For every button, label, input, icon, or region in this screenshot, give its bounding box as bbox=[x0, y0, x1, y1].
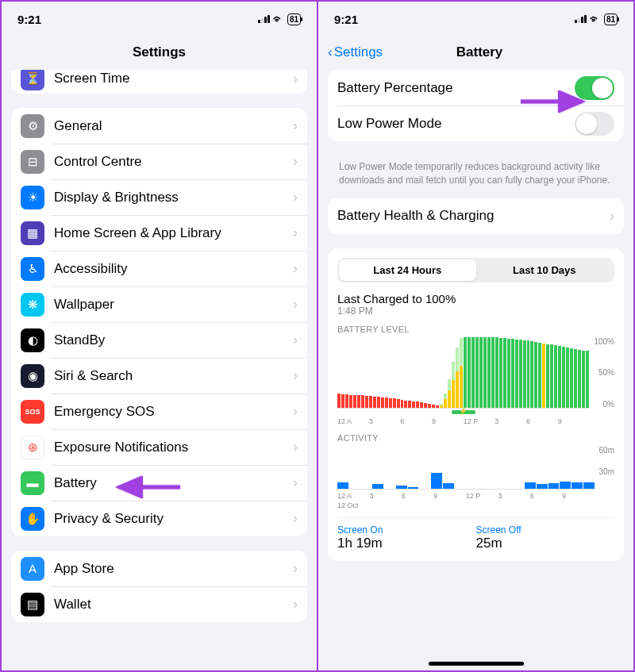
settings-row-general[interactable]: ⚙︎General› bbox=[11, 108, 307, 144]
chevron-right-icon: › bbox=[293, 225, 298, 241]
emergency-icon: SOS bbox=[21, 400, 44, 424]
page-title: Battery bbox=[335, 44, 624, 60]
app-icon: A bbox=[21, 557, 44, 581]
cellular-icon bbox=[258, 15, 270, 23]
row-label: General bbox=[54, 118, 293, 134]
row-label: Emergency SOS bbox=[54, 404, 293, 420]
settings-row-control-centre[interactable]: ⊟Control Centre› bbox=[11, 144, 307, 179]
settings-row-wallpaper[interactable]: ❋Wallpaper› bbox=[11, 286, 307, 322]
settings-row-home-screen-app-library[interactable]: ▦Home Screen & App Library› bbox=[11, 215, 307, 251]
settings-row-exposure-notifications[interactable]: ⊛Exposure Notifications› bbox=[11, 429, 307, 465]
activity-date: 12 Oct bbox=[337, 501, 595, 509]
chevron-right-icon: › bbox=[293, 153, 298, 170]
battery-percentage-row[interactable]: Battery Percentage bbox=[328, 70, 624, 106]
battery-level-label: BATTERY LEVEL bbox=[337, 324, 614, 334]
battery-icon: 81 bbox=[604, 13, 618, 25]
status-bar: 9:21 ᯤ 81 bbox=[318, 2, 633, 36]
settings-row-accessibility[interactable]: ♿︎Accessibility› bbox=[11, 251, 307, 286]
battery-percentage-toggle[interactable] bbox=[575, 76, 614, 100]
nav-bar: ‹ Settings Battery bbox=[318, 36, 633, 70]
control-icon: ⊟ bbox=[21, 150, 44, 174]
wallpaper-icon: ❋ bbox=[21, 293, 44, 317]
battery-screen: 9:21 ᯤ 81 ‹ Settings Battery Battery Per… bbox=[318, 2, 633, 670]
chevron-right-icon: › bbox=[293, 474, 298, 491]
settings-screen: 9:21 ᯤ 81 Settings ⏳ Screen Time › ⚙︎Gen… bbox=[2, 2, 318, 670]
row-label: Accessibility bbox=[54, 261, 293, 277]
battery-icon: ▬ bbox=[21, 471, 44, 495]
segment-10d[interactable]: Last 10 Days bbox=[476, 259, 614, 281]
settings-row-standby[interactable]: ◐StandBy› bbox=[11, 322, 307, 358]
home-icon: ▦ bbox=[21, 221, 44, 245]
page-title: Settings bbox=[2, 36, 317, 70]
screen-on-value: 1h 19m bbox=[337, 536, 476, 551]
battery-toggles-group: Battery Percentage Low Power Mode bbox=[328, 70, 624, 141]
battery-icon: 81 bbox=[287, 13, 301, 25]
chevron-right-icon: › bbox=[293, 367, 298, 384]
status-time: 9:21 bbox=[17, 13, 41, 26]
row-label: Battery bbox=[54, 475, 293, 491]
row-label: Privacy & Security bbox=[54, 511, 293, 527]
display-icon: ☀ bbox=[21, 186, 44, 209]
chevron-right-icon: › bbox=[293, 189, 298, 205]
settings-row-privacy-security[interactable]: ✋Privacy & Security› bbox=[11, 501, 307, 536]
settings-row-app-store[interactable]: AApp Store› bbox=[11, 551, 307, 586]
general-icon: ⚙︎ bbox=[21, 114, 44, 138]
settings-group-main: ⚙︎General›⊟Control Centre›☀Display & Bri… bbox=[11, 108, 307, 536]
row-label: Screen Time bbox=[54, 71, 293, 86]
chevron-right-icon: › bbox=[293, 260, 298, 277]
settings-row-wallet[interactable]: ▤Wallet› bbox=[11, 586, 307, 622]
battery-level-chart: 12 A36912 P369 100% 50% 0% bbox=[337, 337, 614, 425]
activity-chart: 12 A36912 P369 12 Oct 60m 30m bbox=[337, 446, 614, 509]
row-label: Siri & Search bbox=[54, 368, 293, 384]
siri-icon: ◉ bbox=[21, 364, 44, 388]
status-bar: 9:21 ᯤ 81 bbox=[2, 2, 317, 36]
last-charged-title: Last Charged to 100% bbox=[337, 292, 614, 305]
screen-time-summary: Screen On 1h 19m Screen Off 25m bbox=[337, 517, 614, 551]
settings-group-partial: ⏳ Screen Time › bbox=[11, 70, 307, 94]
chevron-right-icon: › bbox=[610, 208, 614, 225]
screen-off-value: 25m bbox=[476, 536, 615, 551]
home-indicator[interactable] bbox=[429, 662, 524, 666]
screen-on-label: Screen On bbox=[337, 524, 476, 536]
row-label: Exposure Notifications bbox=[54, 440, 293, 455]
chevron-right-icon: › bbox=[293, 596, 298, 612]
row-label: Control Centre bbox=[54, 154, 293, 170]
battery-health-row[interactable]: Battery Health & Charging › bbox=[328, 198, 624, 234]
settings-row-siri-search[interactable]: ◉Siri & Search› bbox=[11, 358, 307, 394]
chevron-right-icon: › bbox=[293, 510, 298, 527]
settings-group-store: AApp Store›▤Wallet› bbox=[11, 551, 307, 622]
last-charged-time: 1:48 PM bbox=[337, 305, 614, 317]
chevron-right-icon: › bbox=[293, 117, 298, 134]
activity-label: ACTIVITY bbox=[337, 433, 614, 443]
row-label: Display & Brightness bbox=[54, 190, 293, 205]
battery-health-group: Battery Health & Charging › bbox=[328, 198, 624, 234]
standby-icon: ◐ bbox=[21, 328, 44, 352]
battery-usage-panel: Last 24 Hours Last 10 Days Last Charged … bbox=[328, 248, 624, 561]
screen-off-label: Screen Off bbox=[476, 524, 615, 536]
hourglass-icon: ⏳ bbox=[21, 70, 44, 90]
accessibility-icon: ♿︎ bbox=[21, 257, 44, 281]
cellular-icon bbox=[575, 15, 587, 23]
settings-row-emergency-sos[interactable]: SOSEmergency SOS› bbox=[11, 394, 307, 429]
segment-24h[interactable]: Last 24 Hours bbox=[339, 259, 476, 281]
row-label: Wallet bbox=[54, 597, 293, 612]
settings-row-battery[interactable]: ▬Battery› bbox=[11, 465, 307, 501]
settings-row-display-brightness[interactable]: ☀Display & Brightness› bbox=[11, 179, 307, 215]
row-label: Wallpaper bbox=[54, 297, 293, 313]
charging-indicator-icon bbox=[337, 410, 589, 415]
chevron-right-icon: › bbox=[293, 332, 298, 348]
low-power-mode-toggle[interactable] bbox=[575, 112, 614, 136]
row-label: App Store bbox=[54, 561, 293, 577]
chevron-right-icon: › bbox=[293, 560, 298, 577]
chevron-right-icon: › bbox=[293, 403, 298, 420]
settings-row-screen-time[interactable]: ⏳ Screen Time › bbox=[11, 70, 307, 94]
chevron-right-icon: › bbox=[293, 296, 298, 313]
status-time: 9:21 bbox=[334, 13, 358, 26]
time-range-segmented[interactable]: Last 24 Hours Last 10 Days bbox=[337, 258, 614, 282]
wifi-icon: ᯤ bbox=[273, 13, 284, 25]
row-label: Home Screen & App Library bbox=[54, 225, 293, 241]
lpm-description: Low Power Mode temporarily reduces backg… bbox=[328, 156, 624, 198]
low-power-mode-row[interactable]: Low Power Mode bbox=[328, 106, 624, 141]
wallet-icon: ▤ bbox=[21, 593, 44, 616]
wifi-icon: ᯤ bbox=[590, 13, 601, 25]
